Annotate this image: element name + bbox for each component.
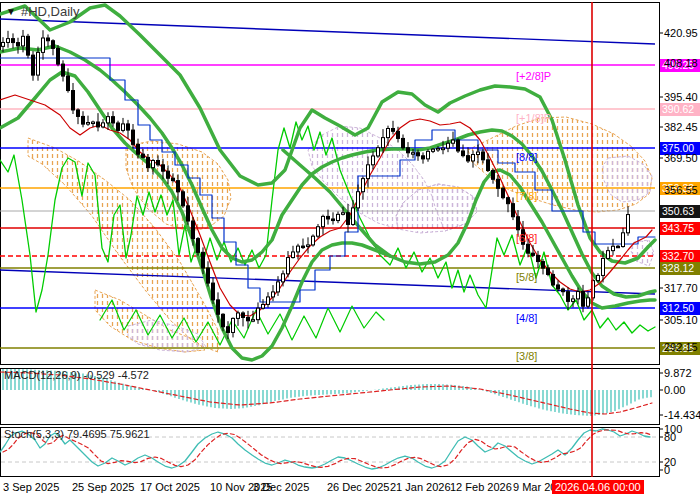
chart-canvas[interactable]	[0, 0, 700, 500]
symbol-selector: ▼#HD,Daily	[6, 4, 79, 19]
trading-chart-window: ▼#HD,Daily MACD(12,26,9) -0.529 -4.572 S…	[0, 0, 700, 500]
stoch-k-line	[0, 429, 650, 469]
chevron-down-icon[interactable]: ▼	[6, 6, 16, 17]
symbol-label: #HD,Daily	[21, 4, 80, 19]
macd-signal-line	[0, 372, 652, 414]
trendline-0	[0, 19, 655, 44]
